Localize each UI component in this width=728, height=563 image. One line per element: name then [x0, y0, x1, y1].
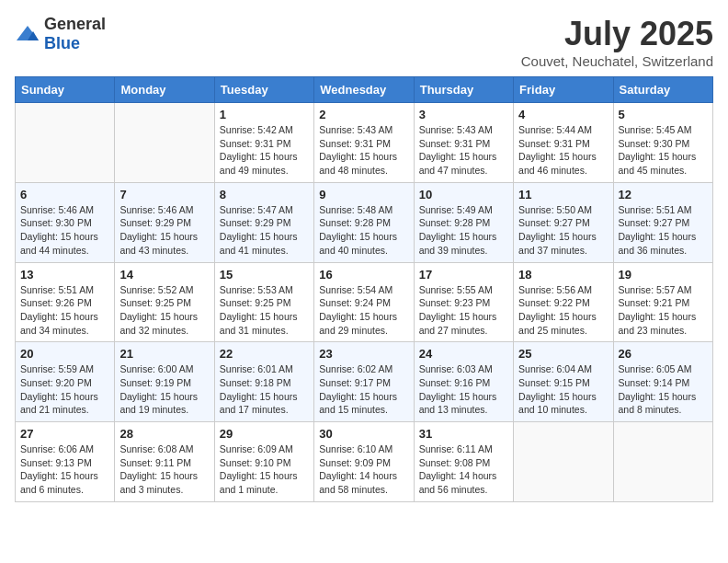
day-number: 3 [419, 108, 508, 121]
day-info: Sunrise: 5:50 AM Sunset: 9:27 PM Dayligh… [518, 203, 608, 258]
month-title: July 2025 [521, 15, 713, 53]
day-info: Sunrise: 6:08 AM Sunset: 9:11 PM Dayligh… [119, 442, 209, 497]
calendar-week-row: 6Sunrise: 5:46 AM Sunset: 9:30 PM Daylig… [16, 182, 713, 262]
calendar-day-cell [514, 422, 613, 502]
day-info: Sunrise: 6:06 AM Sunset: 9:13 PM Dayligh… [20, 442, 109, 497]
day-number: 31 [419, 427, 508, 441]
calendar-day-cell: 31Sunrise: 6:11 AM Sunset: 9:08 PM Dayli… [414, 422, 513, 502]
day-info: Sunrise: 5:57 AM Sunset: 9:21 PM Dayligh… [619, 283, 708, 338]
calendar-day-cell: 12Sunrise: 5:51 AM Sunset: 9:27 PM Dayli… [613, 182, 712, 262]
calendar-day-cell: 25Sunrise: 6:04 AM Sunset: 9:15 PM Dayli… [514, 342, 613, 422]
day-info: Sunrise: 5:56 AM Sunset: 9:22 PM Dayligh… [518, 283, 608, 338]
day-info: Sunrise: 6:03 AM Sunset: 9:16 PM Dayligh… [419, 362, 508, 417]
day-of-week-header: Thursday [414, 77, 513, 103]
day-info: Sunrise: 5:43 AM Sunset: 9:31 PM Dayligh… [319, 123, 408, 178]
day-info: Sunrise: 6:11 AM Sunset: 9:08 PM Dayligh… [419, 442, 508, 497]
calendar-day-cell: 18Sunrise: 5:56 AM Sunset: 9:22 PM Dayli… [514, 262, 613, 342]
day-info: Sunrise: 6:01 AM Sunset: 9:18 PM Dayligh… [220, 362, 309, 417]
day-number: 13 [20, 268, 109, 282]
calendar-week-row: 1Sunrise: 5:42 AM Sunset: 9:31 PM Daylig… [16, 103, 713, 183]
day-number: 21 [119, 347, 209, 361]
calendar-day-cell [16, 103, 115, 183]
calendar-day-cell: 3Sunrise: 5:43 AM Sunset: 9:31 PM Daylig… [414, 103, 513, 183]
calendar-table: SundayMondayTuesdayWednesdayThursdayFrid… [15, 76, 713, 502]
day-number: 7 [119, 188, 209, 201]
day-info: Sunrise: 5:51 AM Sunset: 9:27 PM Dayligh… [619, 203, 708, 258]
day-number: 5 [619, 108, 708, 121]
day-info: Sunrise: 5:46 AM Sunset: 9:29 PM Dayligh… [119, 203, 209, 258]
calendar-day-cell: 30Sunrise: 6:10 AM Sunset: 9:09 PM Dayli… [314, 422, 414, 502]
calendar-day-cell: 10Sunrise: 5:49 AM Sunset: 9:28 PM Dayli… [414, 182, 513, 262]
calendar-day-cell: 16Sunrise: 5:54 AM Sunset: 9:24 PM Dayli… [314, 262, 414, 342]
calendar-day-cell: 8Sunrise: 5:47 AM Sunset: 9:29 PM Daylig… [214, 182, 313, 262]
day-number: 17 [419, 268, 508, 282]
calendar-day-cell: 20Sunrise: 5:59 AM Sunset: 9:20 PM Dayli… [16, 342, 115, 422]
day-number: 24 [419, 347, 508, 361]
calendar-day-cell: 28Sunrise: 6:08 AM Sunset: 9:11 PM Dayli… [115, 422, 214, 502]
day-number: 1 [220, 108, 309, 121]
day-info: Sunrise: 6:04 AM Sunset: 9:15 PM Dayligh… [518, 362, 608, 417]
day-number: 16 [319, 268, 408, 282]
day-number: 14 [119, 268, 209, 282]
calendar-day-cell: 11Sunrise: 5:50 AM Sunset: 9:27 PM Dayli… [514, 182, 613, 262]
day-info: Sunrise: 5:51 AM Sunset: 9:26 PM Dayligh… [20, 283, 109, 338]
day-info: Sunrise: 5:47 AM Sunset: 9:29 PM Dayligh… [220, 203, 309, 258]
calendar-day-cell: 17Sunrise: 5:55 AM Sunset: 9:23 PM Dayli… [414, 262, 513, 342]
calendar-day-cell: 15Sunrise: 5:53 AM Sunset: 9:25 PM Dayli… [214, 262, 313, 342]
day-number: 9 [319, 188, 408, 201]
day-info: Sunrise: 5:52 AM Sunset: 9:25 PM Dayligh… [119, 283, 209, 338]
day-number: 19 [619, 268, 708, 282]
calendar-day-cell: 21Sunrise: 6:00 AM Sunset: 9:19 PM Dayli… [115, 342, 214, 422]
day-number: 11 [518, 188, 608, 201]
calendar-day-cell: 13Sunrise: 5:51 AM Sunset: 9:26 PM Dayli… [16, 262, 115, 342]
day-number: 18 [518, 268, 608, 282]
day-number: 4 [518, 108, 608, 121]
day-number: 29 [220, 427, 309, 441]
day-number: 25 [518, 347, 608, 361]
calendar-day-cell [613, 422, 712, 502]
calendar-day-cell: 7Sunrise: 5:46 AM Sunset: 9:29 PM Daylig… [115, 182, 214, 262]
calendar-day-cell: 14Sunrise: 5:52 AM Sunset: 9:25 PM Dayli… [115, 262, 214, 342]
day-of-week-header: Tuesday [214, 77, 313, 103]
day-of-week-header: Friday [514, 77, 613, 103]
logo-text-general: General [44, 15, 106, 33]
calendar-day-cell: 6Sunrise: 5:46 AM Sunset: 9:30 PM Daylig… [16, 182, 115, 262]
day-of-week-header: Saturday [613, 77, 712, 103]
location-title: Couvet, Neuchatel, Switzerland [521, 53, 713, 69]
day-info: Sunrise: 6:05 AM Sunset: 9:14 PM Dayligh… [619, 362, 708, 417]
day-info: Sunrise: 5:59 AM Sunset: 9:20 PM Dayligh… [20, 362, 109, 417]
calendar-day-cell: 2Sunrise: 5:43 AM Sunset: 9:31 PM Daylig… [314, 103, 414, 183]
day-number: 10 [419, 188, 508, 201]
day-number: 6 [20, 188, 109, 201]
calendar-week-row: 20Sunrise: 5:59 AM Sunset: 9:20 PM Dayli… [16, 342, 713, 422]
day-info: Sunrise: 5:53 AM Sunset: 9:25 PM Dayligh… [220, 283, 309, 338]
calendar-day-cell: 24Sunrise: 6:03 AM Sunset: 9:16 PM Dayli… [414, 342, 513, 422]
day-number: 22 [220, 347, 309, 361]
day-number: 23 [319, 347, 408, 361]
day-number: 8 [220, 188, 309, 201]
day-info: Sunrise: 5:48 AM Sunset: 9:28 PM Dayligh… [319, 203, 408, 258]
day-number: 20 [20, 347, 109, 361]
day-info: Sunrise: 5:46 AM Sunset: 9:30 PM Dayligh… [20, 203, 109, 258]
day-info: Sunrise: 5:42 AM Sunset: 9:31 PM Dayligh… [220, 123, 309, 178]
day-number: 12 [619, 188, 708, 201]
day-info: Sunrise: 6:00 AM Sunset: 9:19 PM Dayligh… [119, 362, 209, 417]
calendar-day-cell: 23Sunrise: 6:02 AM Sunset: 9:17 PM Dayli… [314, 342, 414, 422]
logo-text-blue: Blue [44, 34, 80, 52]
page-header: General Blue July 2025 Couvet, Neuchatel… [15, 15, 713, 69]
day-info: Sunrise: 5:43 AM Sunset: 9:31 PM Dayligh… [419, 123, 508, 178]
day-number: 28 [119, 427, 209, 441]
calendar-day-cell: 9Sunrise: 5:48 AM Sunset: 9:28 PM Daylig… [314, 182, 414, 262]
calendar-header-row: SundayMondayTuesdayWednesdayThursdayFrid… [16, 77, 713, 103]
calendar-day-cell: 27Sunrise: 6:06 AM Sunset: 9:13 PM Dayli… [16, 422, 115, 502]
calendar-day-cell: 1Sunrise: 5:42 AM Sunset: 9:31 PM Daylig… [214, 103, 313, 183]
day-info: Sunrise: 6:09 AM Sunset: 9:10 PM Dayligh… [220, 442, 309, 497]
calendar-day-cell: 29Sunrise: 6:09 AM Sunset: 9:10 PM Dayli… [214, 422, 313, 502]
day-of-week-header: Monday [115, 77, 214, 103]
calendar-day-cell [115, 103, 214, 183]
day-info: Sunrise: 6:02 AM Sunset: 9:17 PM Dayligh… [319, 362, 408, 417]
day-number: 30 [319, 427, 408, 441]
calendar-week-row: 13Sunrise: 5:51 AM Sunset: 9:26 PM Dayli… [16, 262, 713, 342]
day-info: Sunrise: 6:10 AM Sunset: 9:09 PM Dayligh… [319, 442, 408, 497]
calendar-day-cell: 26Sunrise: 6:05 AM Sunset: 9:14 PM Dayli… [613, 342, 712, 422]
